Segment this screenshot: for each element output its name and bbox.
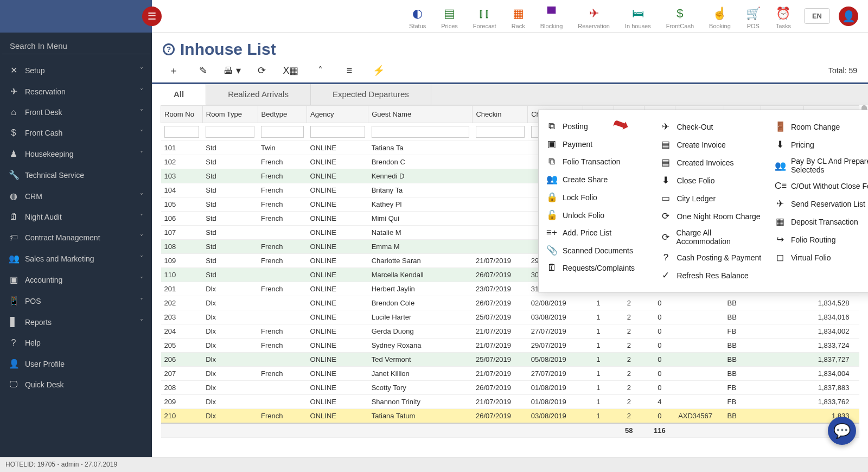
menu-create-share[interactable]: 👥Create Share bbox=[544, 170, 650, 188]
menu-deposit-transaction[interactable]: ▦Deposit Transaction bbox=[773, 213, 868, 231]
language-button[interactable]: EN bbox=[804, 8, 830, 24]
table-row[interactable]: 202DlxONLINEBrendon Cole26/07/201902/08/… bbox=[161, 296, 859, 310]
sidebar-item-reservation[interactable]: ✈Reservation˅ bbox=[0, 81, 152, 102]
topnav-tasks[interactable]: ⏰Tasks bbox=[776, 7, 791, 29]
topnav-booking[interactable]: ☝Booking bbox=[709, 7, 731, 29]
hamburger-menu-button[interactable]: ☰ bbox=[142, 7, 162, 26]
topnav-pos[interactable]: 🛒POS bbox=[746, 7, 761, 29]
menu-close-folio[interactable]: ⬇Close Folio bbox=[658, 171, 764, 189]
table-row[interactable]: 204DlxFrenchONLINEGerda Duong21/07/20192… bbox=[161, 324, 859, 339]
menu-one-night-room-charge[interactable]: ⟳One Night Room Charge bbox=[658, 207, 764, 225]
sidebar-item-accounting[interactable]: ▣Accounting˅ bbox=[0, 269, 152, 290]
menu-lock-folio[interactable]: 🔒Lock Folio bbox=[544, 188, 650, 206]
page-title: Inhouse List bbox=[180, 40, 276, 59]
sidebar-item-technical-service[interactable]: 🔧Technical Service bbox=[0, 164, 152, 186]
add-button[interactable]: ＋ bbox=[163, 62, 184, 79]
tab-expected-departures[interactable]: Expected Departures bbox=[311, 84, 431, 105]
table-row[interactable]: 206DlxONLINETed Vermont25/07/201905/08/2… bbox=[161, 353, 859, 367]
menu-pay-by-cl-and-prepare-invoice-for-selecteds[interactable]: 👥Pay By CL And Prepare Invoice For Selec… bbox=[773, 154, 868, 177]
sidebar-item-pos[interactable]: 📱POS˅ bbox=[0, 290, 152, 311]
column-filter-input[interactable] bbox=[310, 126, 365, 138]
menu-send-reservation-list[interactable]: ✈Send Reservation List bbox=[773, 195, 868, 213]
menu-icon: ✈ bbox=[775, 198, 786, 209]
menu-scanned-documents[interactable]: 📎Scanned Documents bbox=[544, 241, 650, 259]
chat-button[interactable]: 💬 bbox=[828, 417, 856, 445]
menu-payment[interactable]: ▣Payment bbox=[544, 135, 650, 153]
sidebar-item-user-profile[interactable]: 👤User Profile bbox=[0, 353, 152, 374]
pos-icon: 🛒 bbox=[746, 7, 761, 21]
sidebar-item-housekeeping[interactable]: ♟Housekeeping˅ bbox=[0, 143, 152, 164]
topnav-prices[interactable]: ▤Prices bbox=[441, 7, 458, 29]
sidebar-item-front-cash[interactable]: $Front Cash˅ bbox=[0, 123, 152, 143]
col-header[interactable]: Checkin bbox=[473, 106, 528, 123]
col-header[interactable]: Guest Name bbox=[368, 106, 473, 123]
sidebar-item-night-audit[interactable]: 🗓Night Audit˅ bbox=[0, 207, 152, 227]
print-button[interactable]: 🖶 ▾ bbox=[221, 62, 243, 79]
table-row[interactable]: 207DlxFrenchONLINEJanet Killion21/07/201… bbox=[161, 367, 859, 381]
menu-created-invoices[interactable]: ▤Created Invoices bbox=[658, 154, 764, 171]
sidebar-item-help[interactable]: ?Help bbox=[0, 333, 152, 353]
topnav-status[interactable]: ◐Status bbox=[409, 7, 426, 29]
menu-icon: ✈ bbox=[660, 121, 671, 132]
col-header[interactable]: Room No bbox=[161, 106, 203, 123]
col-header[interactable]: Agency bbox=[307, 106, 368, 123]
sidebar-item-quick-desk[interactable]: 🖵Quick Desk bbox=[0, 374, 152, 395]
refresh-button[interactable]: ⟳ bbox=[251, 62, 272, 79]
table-row[interactable]: 209DlxONLINEShannon Trinity21/07/201901/… bbox=[161, 395, 859, 409]
menu-check-out[interactable]: ✈Check-Out bbox=[658, 118, 764, 136]
menu-posting[interactable]: ⧉Posting bbox=[544, 118, 650, 135]
menu-cash-posting-payment[interactable]: ?Cash Posting & Payment bbox=[658, 249, 764, 266]
topnav-frontcash[interactable]: $FrontCash bbox=[666, 7, 694, 29]
menu-add-price-list[interactable]: ≡+Add. Price List bbox=[544, 224, 650, 241]
column-filter-input[interactable] bbox=[261, 126, 303, 138]
table-row[interactable]: 205DlxFrenchONLINESydney Roxana21/07/201… bbox=[161, 339, 859, 353]
column-filter-input[interactable] bbox=[164, 126, 200, 138]
table-row[interactable]: 203DlxONLINELucile Harter25/07/201903/08… bbox=[161, 310, 859, 324]
collapse-button[interactable]: ˄ bbox=[309, 62, 331, 79]
sidebar-item-sales-and-marketing[interactable]: 👥Sales and Marketing˅ bbox=[0, 248, 152, 269]
menu-requests-complaints[interactable]: 🗓Requests/Complaints bbox=[544, 259, 650, 277]
menu-icon: ▤ bbox=[660, 139, 671, 150]
menu-folio-transaction[interactable]: ⧉Folio Transaction bbox=[544, 153, 650, 170]
topnav-reservation[interactable]: ✈Reservation bbox=[578, 7, 610, 29]
menu-charge-all-accommodation[interactable]: ⟳Charge All Accommodation bbox=[658, 225, 764, 249]
column-filter-input[interactable] bbox=[206, 126, 254, 138]
sidebar-item-contract-management[interactable]: 🏷Contract Management˅ bbox=[0, 227, 152, 248]
help-icon[interactable]: ? bbox=[163, 43, 175, 55]
col-header[interactable]: Room Type bbox=[202, 106, 258, 123]
front-desk-icon: ⌂ bbox=[9, 107, 18, 117]
tab-realized-arrivals[interactable]: Realized Arrivals bbox=[206, 84, 311, 105]
menu-icon: ? bbox=[660, 252, 671, 263]
edit-button[interactable]: ✎ bbox=[192, 62, 214, 79]
col-header[interactable]: Bedtype bbox=[258, 106, 307, 123]
topbar-left: ☰ bbox=[0, 0, 152, 33]
topnav-forecast[interactable]: ⫿⫿Forecast bbox=[473, 7, 496, 29]
column-filter-input[interactable] bbox=[476, 126, 525, 138]
menu-room-change[interactable]: 🚪Room Change bbox=[773, 118, 868, 136]
menu-refresh-res-balance[interactable]: ✓Refresh Res Balance bbox=[658, 266, 764, 284]
list-button[interactable]: ≡ bbox=[339, 62, 360, 79]
topnav-rack[interactable]: ▦Rack bbox=[512, 7, 525, 29]
user-avatar[interactable]: 👤 bbox=[839, 7, 858, 26]
tab-all[interactable]: All bbox=[152, 84, 206, 105]
menu-create-invoice[interactable]: ▤Create Invoice bbox=[658, 136, 764, 154]
topnav-in-houses[interactable]: 🛏In houses bbox=[625, 7, 651, 29]
export-excel-button[interactable]: X▦ bbox=[280, 62, 302, 79]
sidebar-item-setup[interactable]: ✕Setup˅ bbox=[0, 60, 152, 81]
sidebar-item-front-desk[interactable]: ⌂Front Desk˅ bbox=[0, 102, 152, 123]
sidebar-search[interactable]: Search In Menu bbox=[2, 38, 150, 54]
menu-folio-routing[interactable]: ↪Folio Routing bbox=[773, 231, 868, 248]
actions-button[interactable]: ⚡ bbox=[368, 62, 390, 79]
menu-virtual-folio[interactable]: ◻Virtual Folio bbox=[773, 248, 868, 266]
topnav-blocking[interactable]: ▀Blocking bbox=[540, 7, 563, 29]
menu-unlock-folio[interactable]: 🔓Unlock Folio bbox=[544, 206, 650, 224]
table-row[interactable]: 210DlxFrenchONLINETatiana Tatum26/07/201… bbox=[161, 409, 859, 424]
table-row[interactable]: 208DlxONLINEScotty Tory26/07/201901/08/2… bbox=[161, 381, 859, 395]
column-filter-input[interactable] bbox=[372, 126, 469, 138]
menu-c-out-without-close-folio[interactable]: C≡C/Out Without Close Folio bbox=[773, 177, 868, 195]
sidebar-item-reports[interactable]: ▋Reports˅ bbox=[0, 311, 152, 333]
sidebar-item-crm[interactable]: ◍CRM˅ bbox=[0, 186, 152, 207]
chevron-down-icon: ˅ bbox=[140, 234, 143, 241]
menu-city-ledger[interactable]: ▭City Ledger bbox=[658, 189, 764, 207]
menu-pricing[interactable]: ⬇Pricing bbox=[773, 136, 868, 154]
